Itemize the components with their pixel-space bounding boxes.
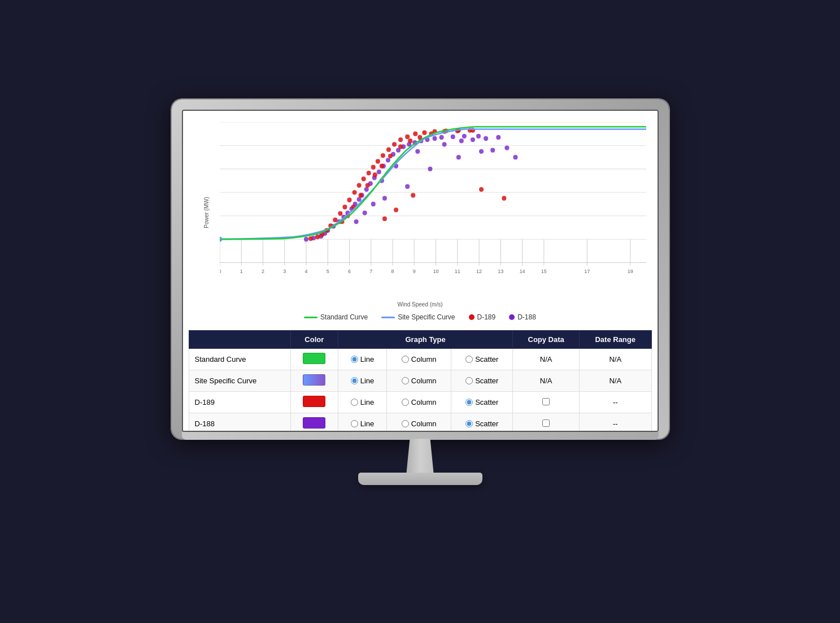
svg-point-80 [476, 134, 481, 139]
svg-point-131 [372, 172, 377, 177]
row-graph-column[interactable]: Column [387, 370, 451, 392]
radio-scatter-0[interactable] [465, 356, 473, 363]
svg-point-95 [442, 142, 446, 146]
svg-point-141 [382, 217, 386, 221]
x-axis-label: Wind Speed (m/s) [397, 301, 442, 308]
svg-point-82 [405, 184, 410, 189]
row-date-range: N/A [579, 370, 651, 392]
svg-point-87 [504, 145, 509, 150]
radio-scatter-1[interactable] [465, 377, 473, 384]
radio-scatter-2[interactable] [465, 399, 473, 406]
radio-column-0[interactable] [402, 356, 409, 363]
svg-point-145 [502, 196, 506, 201]
row-color [290, 349, 338, 370]
radio-column-1[interactable] [402, 377, 409, 384]
row-graph-line[interactable]: Line [338, 370, 386, 392]
col-header-date-range: Date Range [579, 331, 651, 349]
row-color [290, 413, 338, 431]
row-graph-column[interactable]: Column [387, 392, 451, 413]
radio-line-3[interactable] [351, 420, 358, 427]
svg-point-133 [388, 154, 392, 158]
table-row: Site Specific Curve Line [189, 370, 651, 392]
svg-point-142 [394, 207, 398, 212]
legend-standard-curve: Standard Curve [304, 313, 368, 321]
svg-text:3: 3 [283, 269, 286, 274]
table-row: Standard Curve Line [189, 349, 651, 370]
radio-scatter-3[interactable] [465, 420, 473, 427]
svg-text:10: 10 [433, 269, 438, 274]
row-copy-data[interactable] [513, 413, 580, 431]
col-header-graph-type: Graph Type [338, 331, 513, 349]
svg-text:9: 9 [412, 269, 415, 274]
svg-point-119 [405, 135, 410, 139]
copy-data-checkbox-d188[interactable] [542, 419, 550, 427]
table-row: D-188 Line Column [189, 413, 651, 431]
legend-d188: D-188 [509, 313, 536, 321]
row-copy-data: N/A [513, 349, 580, 370]
screen-content[interactable]: Power (MW) Wind Speed (m/s) [183, 111, 658, 431]
svg-text:6: 6 [347, 269, 350, 274]
col-header-name [189, 331, 290, 349]
svg-point-115 [380, 153, 385, 158]
svg-point-135 [408, 139, 412, 143]
row-copy-data[interactable] [513, 392, 580, 413]
svg-point-143 [411, 193, 415, 197]
monitor-display: Power (MW) Wind Speed (m/s) [166, 99, 674, 524]
svg-point-106 [338, 211, 342, 215]
row-graph-scatter[interactable]: Scatter [451, 392, 513, 413]
row-graph-line[interactable]: Line [338, 349, 386, 370]
svg-text:8: 8 [391, 269, 394, 274]
site-specific-curve-line-icon [381, 317, 395, 318]
radio-line-0[interactable] [351, 356, 358, 363]
row-graph-column[interactable]: Column [387, 349, 451, 370]
row-graph-scatter[interactable]: Scatter [451, 349, 513, 370]
row-date-range: N/A [579, 349, 651, 370]
legend-d189-label: D-189 [477, 313, 496, 321]
col-header-color: Color [290, 331, 338, 349]
svg-point-107 [342, 205, 347, 209]
row-name: Site Specific Curve [189, 370, 290, 392]
svg-point-77 [439, 135, 443, 140]
svg-text:12: 12 [476, 269, 481, 274]
svg-point-90 [362, 210, 367, 215]
legend-d188-label: D-188 [517, 313, 536, 321]
row-graph-line[interactable]: Line [338, 413, 386, 431]
radio-column-2[interactable] [402, 399, 409, 406]
row-graph-scatter[interactable]: Scatter [451, 370, 513, 392]
svg-point-130 [365, 183, 369, 188]
svg-point-110 [356, 183, 361, 188]
svg-text:5: 5 [326, 269, 329, 274]
svg-point-121 [422, 131, 426, 135]
row-name: Standard Curve [189, 349, 290, 370]
svg-point-84 [456, 155, 460, 159]
svg-point-118 [398, 137, 403, 142]
svg-text:1: 1 [240, 269, 242, 274]
svg-text:19: 19 [627, 269, 633, 274]
svg-point-144 [479, 187, 484, 192]
svg-point-111 [361, 176, 365, 181]
row-graph-line[interactable]: Line [338, 392, 386, 413]
chart-container: Power (MW) Wind Speed (m/s) [189, 116, 652, 309]
svg-point-81 [382, 196, 386, 201]
copy-data-checkbox-d189[interactable] [542, 398, 550, 405]
monitor-screen: Power (MW) Wind Speed (m/s) [182, 110, 659, 432]
svg-point-99 [496, 135, 500, 140]
svg-point-63 [364, 187, 368, 192]
radio-line-2[interactable] [351, 399, 358, 406]
svg-point-61 [356, 197, 361, 202]
radio-column-3[interactable] [402, 420, 409, 427]
svg-point-89 [354, 219, 358, 224]
row-name: D-188 [189, 413, 290, 431]
svg-text:11: 11 [454, 269, 460, 274]
row-graph-scatter[interactable]: Scatter [451, 413, 513, 431]
svg-point-94 [415, 149, 420, 154]
radio-line-1[interactable] [351, 377, 358, 384]
row-graph-column[interactable]: Column [387, 413, 451, 431]
data-table: Color Graph Type Copy Data Date Range St… [189, 330, 652, 431]
svg-text:15: 15 [541, 269, 546, 274]
monitor-bezel: Power (MW) Wind Speed (m/s) [172, 99, 669, 439]
power-curve-chart: 0 500 1000 1500 2000 -500 0 1 2 3 4 5 6 [220, 122, 646, 286]
row-color [290, 392, 338, 413]
svg-point-108 [347, 198, 351, 202]
color-swatch-standard [303, 353, 325, 364]
